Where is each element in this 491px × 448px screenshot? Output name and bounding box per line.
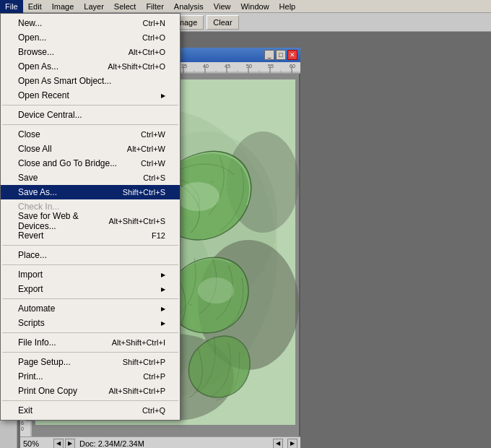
menu-item-device-central-label: Device Central...	[18, 110, 82, 120]
menu-item-close-all-label: Close All	[18, 144, 52, 154]
svg-text:50: 50	[246, 64, 252, 69]
menu-item-open-smart[interactable]: Open As Smart Object...	[1, 74, 180, 88]
menu-item-exit[interactable]: Exit Ctrl+Q	[1, 403, 180, 418]
menu-item-file-info-shortcut: Alt+Shift+Ctrl+I	[112, 338, 165, 347]
menu-item-close-all[interactable]: Close All Alt+Ctrl+W	[1, 142, 180, 156]
menu-file[interactable]: File	[0, 0, 23, 13]
menu-item-automate[interactable]: Automate ▶	[1, 301, 180, 316]
menu-item-scripts[interactable]: Scripts ▶	[1, 316, 180, 330]
menu-item-print-label: Print...	[18, 371, 43, 382]
menu-item-print-shortcut: Ctrl+P	[143, 372, 165, 381]
menu-item-print-one[interactable]: Print One Copy Alt+Shift+Ctrl+P	[1, 384, 180, 398]
separator-2	[2, 124, 178, 125]
clear-button[interactable]: Clear	[207, 15, 238, 30]
svg-point-119	[176, 182, 220, 211]
menu-item-open-label: Open...	[18, 33, 46, 43]
menu-help[interactable]: Help	[274, 0, 301, 13]
nav-right-button[interactable]: ▶	[65, 439, 75, 449]
menu-item-save-web[interactable]: Save for Web & Devices... Alt+Shift+Ctrl…	[1, 214, 180, 228]
menu-item-revert-shortcut: F12	[152, 231, 165, 240]
menu-item-close-bridge-shortcut: Ctrl+W	[141, 159, 165, 168]
menu-item-new[interactable]: New... Ctrl+N	[1, 16, 180, 30]
menu-item-file-info[interactable]: File Info... Alt+Shift+Ctrl+I	[1, 335, 180, 350]
menu-item-new-shortcut: Ctrl+N	[143, 19, 165, 27]
menu-item-page-setup-label: Page Setup...	[18, 357, 71, 367]
menu-item-save-as[interactable]: Save As... Shift+Ctrl+S	[1, 185, 180, 199]
menu-bar: File Edit Image Layer Select Filter Anal…	[0, 0, 491, 13]
menu-item-device-central[interactable]: Device Central...	[1, 108, 180, 122]
menu-edit[interactable]: Edit	[23, 0, 47, 13]
svg-point-116	[226, 189, 227, 190]
file-menu-dropdown: New... Ctrl+N Open... Ctrl+O Browse... A…	[0, 13, 181, 421]
nav-prev-button[interactable]: ◀	[273, 439, 283, 449]
menu-item-print[interactable]: Print... Ctrl+P	[1, 369, 180, 384]
svg-text:0: 0	[21, 426, 24, 431]
menu-item-revert-label: Revert	[18, 231, 43, 241]
menu-item-close-all-shortcut: Alt+Ctrl+W	[127, 145, 165, 153]
menu-item-check-in-label: Check In...	[18, 202, 59, 212]
separator-1	[2, 105, 178, 105]
zoom-level: 50%	[23, 439, 49, 448]
menu-item-export-label: Export	[18, 284, 43, 294]
menu-item-export[interactable]: Export ▶	[1, 282, 180, 296]
menu-item-close-shortcut: Ctrl+W	[141, 130, 165, 139]
menu-item-open-as-shortcut: Alt+Shift+Ctrl+O	[108, 62, 165, 71]
menu-item-open-recent[interactable]: Open Recent ▶	[1, 88, 180, 103]
menu-item-open-smart-label: Open As Smart Object...	[18, 76, 111, 86]
menu-item-exit-label: Exit	[18, 405, 32, 415]
menu-layer[interactable]: Layer	[79, 0, 109, 13]
svg-text:40: 40	[203, 64, 209, 69]
menu-item-open-recent-label: Open Recent	[18, 90, 69, 100]
nav-left-button[interactable]: ◀	[53, 439, 64, 449]
menu-view[interactable]: View	[209, 0, 236, 13]
window-controls: _ □ ✕	[264, 50, 297, 60]
submenu-arrow-scripts: ▶	[161, 320, 165, 327]
svg-text:35: 35	[181, 64, 187, 69]
menu-item-automate-label: Automate	[18, 303, 55, 314]
menu-item-save-web-shortcut: Alt+Shift+Ctrl+S	[108, 217, 165, 225]
separator-8	[2, 400, 178, 401]
separator-3	[2, 245, 178, 246]
submenu-arrow-open-recent: ▶	[161, 92, 165, 99]
menu-item-save[interactable]: Save Ctrl+S	[1, 171, 180, 185]
menu-item-print-one-shortcut: Alt+Shift+Ctrl+P	[108, 387, 165, 395]
menu-item-file-info-label: File Info...	[18, 337, 56, 348]
menu-analysis[interactable]: Analysis	[169, 0, 209, 13]
separator-4	[2, 264, 178, 265]
menu-item-place-label: Place...	[18, 250, 47, 260]
minimize-button[interactable]: _	[264, 50, 274, 60]
menu-item-browse-label: Browse...	[18, 47, 54, 57]
menu-item-browse[interactable]: Browse... Alt+Ctrl+O	[1, 45, 180, 59]
menu-item-save-label: Save	[18, 173, 38, 183]
menu-item-close[interactable]: Close Ctrl+W	[1, 127, 180, 142]
menu-item-open[interactable]: Open... Ctrl+O	[1, 30, 180, 45]
menu-item-close-label: Close	[18, 129, 40, 139]
menu-item-exit-shortcut: Ctrl+Q	[142, 406, 165, 415]
menu-item-save-as-shortcut: Shift+Ctrl+S	[123, 188, 165, 197]
submenu-arrow-import: ▶	[161, 272, 165, 278]
separator-6	[2, 332, 178, 333]
menu-image[interactable]: Image	[47, 0, 79, 13]
separator-5	[2, 298, 178, 299]
close-button[interactable]: ✕	[287, 50, 297, 60]
menu-item-import[interactable]: Import ▶	[1, 267, 180, 282]
menu-item-revert[interactable]: Revert F12	[1, 228, 180, 243]
submenu-arrow-export: ▶	[161, 286, 165, 293]
maximize-button[interactable]: □	[276, 50, 286, 60]
svg-text:55: 55	[268, 64, 274, 69]
menu-select[interactable]: Select	[109, 0, 142, 13]
menu-filter[interactable]: Filter	[141, 0, 168, 13]
nav-next-button[interactable]: ▶	[287, 439, 297, 449]
menu-item-page-setup-shortcut: Shift+Ctrl+P	[123, 358, 165, 366]
submenu-arrow-automate: ▶	[161, 306, 165, 312]
menu-item-browse-shortcut: Alt+Ctrl+O	[129, 48, 165, 56]
menu-item-open-as[interactable]: Open As... Alt+Shift+Ctrl+O	[1, 59, 180, 74]
menu-window[interactable]: Window	[235, 0, 274, 13]
menu-item-place[interactable]: Place...	[1, 248, 180, 262]
document-statusbar: 50% ◀ ▶ Doc: 2.34M/2.34M ◀ ▶	[20, 436, 300, 448]
menu-item-new-label: New...	[18, 18, 42, 28]
menu-item-close-bridge[interactable]: Close and Go To Bridge... Ctrl+W	[1, 156, 180, 171]
menu-item-open-as-label: Open As...	[18, 61, 58, 72]
menu-item-page-setup[interactable]: Page Setup... Shift+Ctrl+P	[1, 355, 180, 369]
menu-item-open-shortcut: Ctrl+O	[142, 33, 165, 42]
